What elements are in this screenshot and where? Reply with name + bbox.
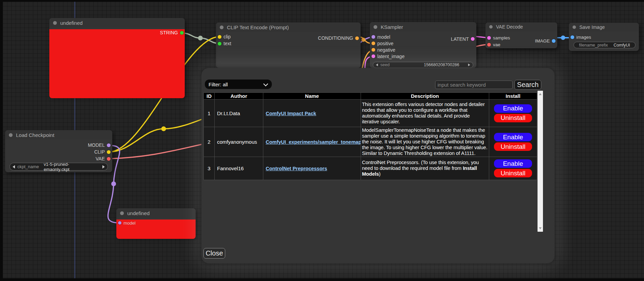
scroll-down-icon[interactable] [539,227,542,229]
input-slot-images[interactable] [571,35,574,39]
search-button[interactable]: Search [514,80,541,90]
node-title-bar[interactable]: Load Checkpoint [5,130,112,140]
seed-widget[interactable]: seed 156680208700286 [373,62,473,68]
collapse-dot-icon[interactable] [489,25,493,29]
header-install: Install [489,93,537,100]
header-name: Name [263,93,361,100]
cell-id: 1 [204,100,215,127]
output-slot-latent[interactable] [471,37,475,41]
node-title: VAE Decode [496,24,523,30]
node-title-bar[interactable]: Save Image [569,23,639,32]
output-slot-vae[interactable] [107,157,111,161]
table-row: 1 Dr.Lt.Data ComfyUI Impact Pack This ex… [204,100,537,127]
input-label-latent-image: latent_image [377,54,404,59]
node-title-bar[interactable]: undefined [49,18,185,28]
table-scrollbar[interactable] [538,91,543,232]
output-label-conditioning: CONDITIONING [318,35,353,41]
output-slot-conditioning[interactable] [355,36,359,40]
collapse-dot-icon[interactable] [374,25,377,29]
filename-prefix-label: filename_prefix [579,43,608,48]
collapse-dot-icon[interactable] [220,25,224,29]
node-undefined-bottom[interactable]: undefined model [116,208,196,237]
node-vae-decode[interactable]: VAE Decode samples vae IMAGE [485,22,557,48]
header-description: Description [361,93,489,100]
input-label-clip: clip [224,34,231,39]
seed-widget-value[interactable]: 156680208700286 [424,63,459,67]
cell-description: ModelSamplerTonemapNoiseTest a node that… [362,127,488,156]
output-slot-string[interactable] [180,31,184,35]
table-row: 2 comfyanonymous ComfyUI_experiments/sam… [204,127,537,157]
search-input[interactable] [435,81,513,89]
node-load-checkpoint[interactable]: Load Checkpoint MODEL CLIP VAE ckpt_name… [5,130,112,172]
ckpt-name-label: ckpt_name [17,164,39,169]
collapse-dot-icon[interactable] [9,133,13,137]
enable-button[interactable]: Enable [494,104,532,113]
input-slot-vae[interactable] [487,43,491,47]
output-label-latent: LATENT [451,36,469,42]
cell-description: ControlNet Preprocessors. (To use this e… [362,160,488,177]
ckpt-name-value[interactable]: v1-5-pruned-emaonly.ckpt [44,162,95,172]
extensions-table: ID Author Name Description Install 1 Dr.… [203,92,537,180]
enable-button[interactable]: Enable [494,159,532,168]
node-title: undefined [127,210,150,216]
node-clip-text-encode[interactable]: CLIP Text Encode (Prompt) clip text COND… [216,22,361,68]
input-label-negative: negative [377,47,395,53]
uninstall-button[interactable]: Uninstall [494,169,532,177]
output-label-clip: CLIP [94,149,105,155]
close-button[interactable]: Close [203,248,225,259]
header-id: ID [204,93,215,100]
manager-dialog: Filter: all Search ID Author Name Descri… [201,68,555,263]
uninstall-button[interactable]: Uninstall [494,114,532,122]
node-save-image[interactable]: Save Image images filename_prefix ComfyU… [569,23,639,51]
extension-link[interactable]: ControlNet Preprocessors [266,166,327,171]
input-label-text: text [224,41,231,46]
collapse-dot-icon[interactable] [120,211,124,215]
node-title: CLIP Text Encode (Prompt) [227,24,289,30]
node-title-bar[interactable]: CLIP Text Encode (Prompt) [216,22,361,32]
input-label-model: model [377,34,390,40]
input-slot-samples[interactable] [487,36,491,40]
enable-button[interactable]: Enable [494,133,532,141]
prev-checkpoint-arrow-icon[interactable] [13,165,15,169]
output-label-model: MODEL [88,142,105,148]
input-slot-negative[interactable] [371,48,375,52]
header-author: Author [215,93,263,100]
cell-description: This extension offers various detector n… [362,102,488,125]
table-header-row: ID Author Name Description Install [204,93,537,100]
seed-widget-label: seed [380,63,390,67]
output-slot-model[interactable] [107,143,111,147]
uninstall-button[interactable]: Uninstall [494,142,532,151]
input-label-positive: positive [377,41,393,46]
extension-link[interactable]: ComfyUI Impact Pack [266,111,316,116]
input-slot-model[interactable] [371,35,375,39]
node-title-bar[interactable]: KSampler [370,22,476,32]
collapse-dot-icon[interactable] [573,25,576,29]
filter-dropdown[interactable]: Filter: all [205,80,272,89]
node-title-bar[interactable]: undefined [116,208,196,218]
node-title: KSampler [381,24,403,30]
input-slot-latent-image[interactable] [371,54,375,58]
filename-prefix-widget[interactable]: filename_prefix ComfyUI [574,42,635,48]
output-slot-clip[interactable] [107,150,111,154]
input-slot-text[interactable] [218,42,221,46]
output-label-vae: VAE [96,156,105,161]
increment-arrow-icon[interactable] [468,64,470,66]
node-title-bar[interactable]: VAE Decode [485,22,557,31]
output-slot-image[interactable] [552,39,556,43]
filename-prefix-value[interactable]: ComfyUI [613,43,630,48]
input-slot-clip[interactable] [218,35,221,39]
input-slot-positive[interactable] [371,41,375,45]
cell-author: comfyanonymous [215,127,263,157]
extension-link[interactable]: ComfyUI_experiments/sampler_tonemap [266,139,361,145]
node-ksampler[interactable]: KSampler model positive negative latent_… [370,22,476,68]
ckpt-name-widget[interactable]: ckpt_name v1-5-pruned-emaonly.ckpt [10,163,108,171]
scroll-up-icon[interactable] [539,93,542,95]
comfyui-app: undefined STRING CLIP Text Encode (Promp… [0,0,644,281]
input-slot-model[interactable] [118,221,121,225]
next-checkpoint-arrow-icon[interactable] [102,165,105,169]
cell-author: Fannovel16 [215,157,263,180]
collapse-dot-icon[interactable] [53,21,57,25]
node-undefined-top[interactable]: undefined STRING [49,18,185,96]
decrement-arrow-icon[interactable] [376,64,378,66]
node-title: Load Checkpoint [16,132,54,138]
